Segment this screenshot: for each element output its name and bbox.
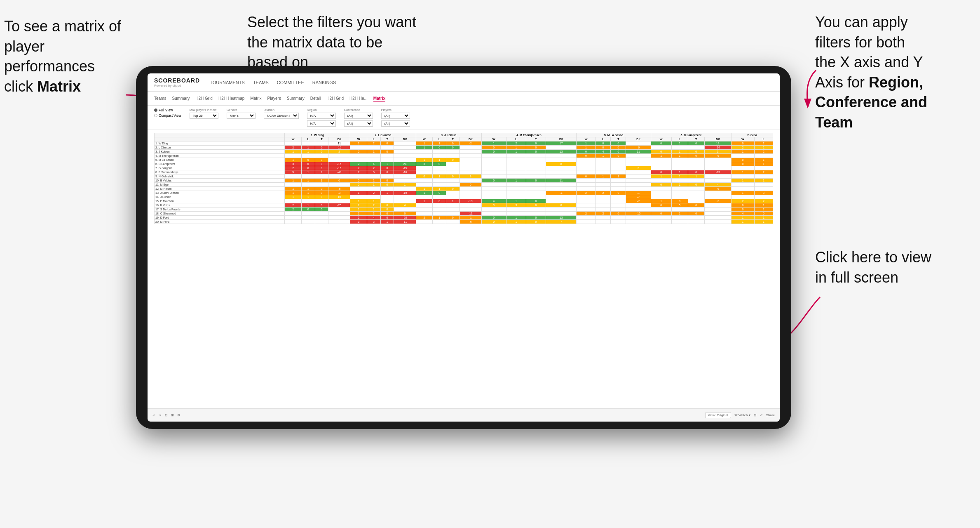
table-row: 19. D Ford240-20210-10101311 xyxy=(155,216,773,220)
matrix-cell: 0 xyxy=(433,146,446,150)
matrix-cell: 1 xyxy=(302,195,315,199)
matrix-cell xyxy=(577,203,596,207)
matrix-cell: 10 xyxy=(328,195,350,199)
division-select[interactable]: NCAA Division I xyxy=(264,113,299,119)
matrix-cell: -16 xyxy=(328,166,350,170)
ann-rt-l3: the X axis and Y xyxy=(815,54,923,71)
matrix-cell xyxy=(506,212,526,216)
players-select-1[interactable]: (All) xyxy=(381,113,410,119)
conference-select-1[interactable]: (All) xyxy=(344,113,373,119)
undo-icon[interactable]: ↩ xyxy=(152,413,155,417)
zoom-in-icon[interactable]: ⊞ xyxy=(171,413,174,417)
players-select-2[interactable]: (All) xyxy=(381,120,410,127)
matrix-cell: 4 xyxy=(367,216,381,220)
table-row: 4. M Thorbjornsen010110-6 xyxy=(155,154,773,158)
nav-rankings[interactable]: RANKINGS xyxy=(312,79,336,86)
region-select-2[interactable]: N/A xyxy=(307,120,336,127)
matrix-cell xyxy=(460,150,481,154)
matrix-cell xyxy=(596,170,611,174)
zoom-out-icon[interactable]: ⊟ xyxy=(165,413,168,417)
matrix-cell xyxy=(546,195,577,199)
ann-rt-l2: filters for both xyxy=(815,34,905,51)
tab-matrix-players[interactable]: Matrix xyxy=(250,95,261,101)
tab-summary[interactable]: Summary xyxy=(172,95,190,101)
redo-icon[interactable]: ↪ xyxy=(159,413,162,417)
matrix-cell xyxy=(704,203,731,207)
nav-committee[interactable]: COMMITTEE xyxy=(277,79,304,86)
matrix-cell xyxy=(546,207,577,212)
tab-h2h-grid[interactable]: H2H Grid xyxy=(195,95,213,101)
matrix-cell: 0 xyxy=(526,199,546,203)
matrix-cell: 1 xyxy=(416,191,433,195)
nav-tournaments[interactable]: TOURNAMENTS xyxy=(210,79,245,86)
tab-matrix-active[interactable]: Matrix xyxy=(373,95,385,102)
matrix-cell: 0 xyxy=(611,146,626,150)
matrix-cell xyxy=(416,220,433,224)
matrix-cell xyxy=(611,170,626,174)
matrix-cell xyxy=(611,203,626,207)
view-original-btn[interactable]: View: Original xyxy=(705,412,731,418)
matrix-cell xyxy=(526,212,546,216)
matrix-cell: -19 xyxy=(460,199,481,203)
settings-icon[interactable]: ⚙ xyxy=(177,413,180,417)
matrix-cell: 1 xyxy=(302,146,315,150)
matrix-cell: 1 xyxy=(754,216,773,220)
matrix-cell: 0 xyxy=(526,150,546,154)
fullscreen-icon[interactable]: ⤢ xyxy=(760,413,763,417)
matrix-cell xyxy=(546,146,577,150)
gender-select[interactable]: Men's xyxy=(227,113,256,119)
matrix-cell: 0 xyxy=(433,191,446,195)
tab-h2h-heatmap[interactable]: H2H Heatmap xyxy=(218,95,244,101)
region-select-1[interactable]: N/A xyxy=(307,113,336,119)
matrix-cell xyxy=(577,179,596,183)
matrix-cell: 0 xyxy=(651,203,671,207)
matrix-cell: 8 xyxy=(546,203,577,207)
matrix-cell xyxy=(446,191,460,195)
matrix-cell xyxy=(285,212,302,216)
radio-compact-view[interactable]: Compact View xyxy=(154,113,181,118)
tab-summary2[interactable]: Summary xyxy=(287,95,305,101)
matrix-cell xyxy=(328,199,350,203)
conference-select-2[interactable]: (All) xyxy=(344,120,373,127)
matrix-cell xyxy=(731,195,754,199)
matrix-cell xyxy=(506,158,526,162)
matrix-cell: 1 xyxy=(731,191,754,195)
radio-full-view[interactable]: Full View xyxy=(154,108,181,112)
matrix-cell: -3 xyxy=(328,191,350,195)
matrix-cell xyxy=(394,195,416,199)
matrix-cell: 0 xyxy=(731,207,754,212)
max-players-select[interactable]: Top 25 xyxy=(190,113,218,119)
matrix-cell xyxy=(315,220,328,224)
ann-rt-l6: Team xyxy=(815,114,853,131)
tab-h2h-he[interactable]: H2H He... xyxy=(349,95,368,101)
matrix-cell xyxy=(688,146,704,150)
matrix-cell xyxy=(506,187,526,191)
matrix-cell xyxy=(460,203,481,207)
matrix-cell xyxy=(731,187,754,191)
sh-t2: T xyxy=(380,137,394,141)
matrix-cell xyxy=(350,154,367,158)
matrix-cell xyxy=(416,170,433,174)
matrix-cell xyxy=(285,141,302,146)
matrix-cell: 2 xyxy=(754,150,773,154)
row-player-name: 9. N Gabrelcik xyxy=(155,174,285,179)
matrix-cell: 1 xyxy=(433,174,446,179)
nav-teams[interactable]: TEAMS xyxy=(253,79,269,86)
tab-detail[interactable]: Detail xyxy=(310,95,321,101)
layout-icon[interactable]: ⊞ xyxy=(754,413,757,417)
matrix-cell: 0 xyxy=(350,150,367,154)
watch-btn[interactable]: 👁 Watch ▾ xyxy=(734,413,750,417)
row-player-name: 20. M Ford xyxy=(155,220,285,224)
matrix-cell xyxy=(380,174,394,179)
tab-h2h-grid2[interactable]: H2H Grid xyxy=(326,95,344,101)
share-btn[interactable]: Share xyxy=(766,413,775,417)
matrix-cell xyxy=(546,158,577,162)
tab-teams[interactable]: Teams xyxy=(154,95,166,101)
matrix-cell xyxy=(350,174,367,179)
sub-nav: Teams Summary H2H Grid H2H Heatmap Matri… xyxy=(148,92,780,106)
tab-players[interactable]: Players xyxy=(267,95,281,101)
matrix-cell: 1 xyxy=(596,154,611,158)
matrix-cell xyxy=(651,207,671,212)
matrix-cell xyxy=(626,187,651,191)
matrix-cell: 2 xyxy=(577,191,596,195)
